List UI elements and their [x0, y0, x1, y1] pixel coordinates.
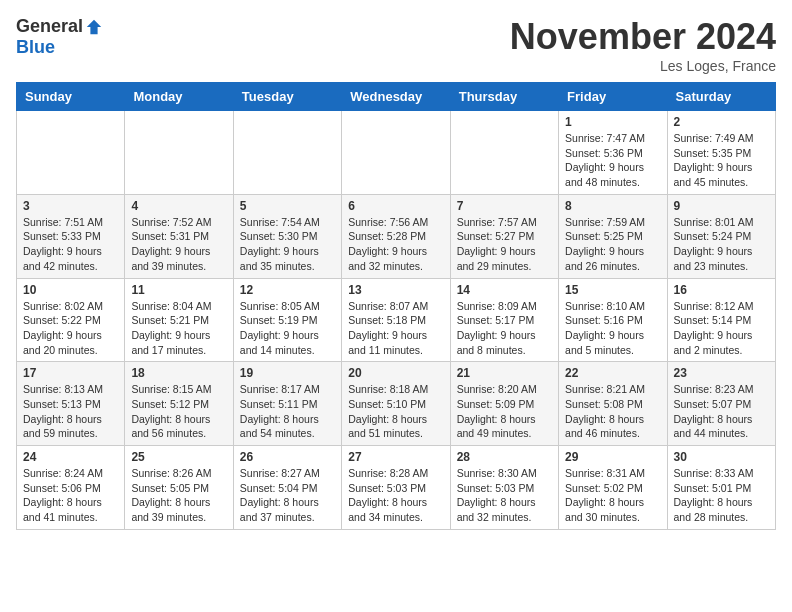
calendar-cell: 11Sunrise: 8:04 AM Sunset: 5:21 PM Dayli…: [125, 278, 233, 362]
calendar-cell: 20Sunrise: 8:18 AM Sunset: 5:10 PM Dayli…: [342, 362, 450, 446]
day-number: 5: [240, 199, 335, 213]
calendar-cell: 26Sunrise: 8:27 AM Sunset: 5:04 PM Dayli…: [233, 446, 341, 530]
calendar-cell: 5Sunrise: 7:54 AM Sunset: 5:30 PM Daylig…: [233, 194, 341, 278]
calendar-cell: [125, 111, 233, 195]
day-info: Sunrise: 7:56 AM Sunset: 5:28 PM Dayligh…: [348, 215, 443, 274]
weekday-header-monday: Monday: [125, 83, 233, 111]
day-number: 3: [23, 199, 118, 213]
calendar-cell: [342, 111, 450, 195]
day-number: 18: [131, 366, 226, 380]
day-number: 6: [348, 199, 443, 213]
day-number: 9: [674, 199, 769, 213]
day-number: 23: [674, 366, 769, 380]
calendar-cell: 12Sunrise: 8:05 AM Sunset: 5:19 PM Dayli…: [233, 278, 341, 362]
calendar-cell: 7Sunrise: 7:57 AM Sunset: 5:27 PM Daylig…: [450, 194, 558, 278]
day-info: Sunrise: 7:57 AM Sunset: 5:27 PM Dayligh…: [457, 215, 552, 274]
title-area: November 2024 Les Loges, France: [510, 16, 776, 74]
calendar-cell: 28Sunrise: 8:30 AM Sunset: 5:03 PM Dayli…: [450, 446, 558, 530]
day-number: 16: [674, 283, 769, 297]
location-subtitle: Les Loges, France: [510, 58, 776, 74]
week-row-4: 17Sunrise: 8:13 AM Sunset: 5:13 PM Dayli…: [17, 362, 776, 446]
day-info: Sunrise: 7:52 AM Sunset: 5:31 PM Dayligh…: [131, 215, 226, 274]
day-info: Sunrise: 8:27 AM Sunset: 5:04 PM Dayligh…: [240, 466, 335, 525]
day-info: Sunrise: 8:30 AM Sunset: 5:03 PM Dayligh…: [457, 466, 552, 525]
calendar-table: SundayMondayTuesdayWednesdayThursdayFrid…: [16, 82, 776, 530]
day-number: 26: [240, 450, 335, 464]
day-number: 11: [131, 283, 226, 297]
calendar-cell: 14Sunrise: 8:09 AM Sunset: 5:17 PM Dayli…: [450, 278, 558, 362]
day-info: Sunrise: 8:26 AM Sunset: 5:05 PM Dayligh…: [131, 466, 226, 525]
weekday-header-friday: Friday: [559, 83, 667, 111]
day-number: 29: [565, 450, 660, 464]
day-number: 12: [240, 283, 335, 297]
header: General Blue November 2024 Les Loges, Fr…: [16, 16, 776, 74]
day-info: Sunrise: 8:23 AM Sunset: 5:07 PM Dayligh…: [674, 382, 769, 441]
calendar-cell: 17Sunrise: 8:13 AM Sunset: 5:13 PM Dayli…: [17, 362, 125, 446]
day-info: Sunrise: 8:31 AM Sunset: 5:02 PM Dayligh…: [565, 466, 660, 525]
day-info: Sunrise: 8:21 AM Sunset: 5:08 PM Dayligh…: [565, 382, 660, 441]
weekday-header-saturday: Saturday: [667, 83, 775, 111]
day-number: 25: [131, 450, 226, 464]
calendar-cell: 6Sunrise: 7:56 AM Sunset: 5:28 PM Daylig…: [342, 194, 450, 278]
day-number: 22: [565, 366, 660, 380]
calendar-cell: 4Sunrise: 7:52 AM Sunset: 5:31 PM Daylig…: [125, 194, 233, 278]
calendar-cell: 19Sunrise: 8:17 AM Sunset: 5:11 PM Dayli…: [233, 362, 341, 446]
day-info: Sunrise: 8:28 AM Sunset: 5:03 PM Dayligh…: [348, 466, 443, 525]
logo-general-text: General: [16, 16, 83, 37]
day-info: Sunrise: 7:49 AM Sunset: 5:35 PM Dayligh…: [674, 131, 769, 190]
day-info: Sunrise: 7:54 AM Sunset: 5:30 PM Dayligh…: [240, 215, 335, 274]
month-title: November 2024: [510, 16, 776, 58]
day-info: Sunrise: 8:01 AM Sunset: 5:24 PM Dayligh…: [674, 215, 769, 274]
calendar-cell: 29Sunrise: 8:31 AM Sunset: 5:02 PM Dayli…: [559, 446, 667, 530]
day-number: 24: [23, 450, 118, 464]
calendar-cell: [17, 111, 125, 195]
day-info: Sunrise: 8:33 AM Sunset: 5:01 PM Dayligh…: [674, 466, 769, 525]
day-info: Sunrise: 8:20 AM Sunset: 5:09 PM Dayligh…: [457, 382, 552, 441]
calendar-cell: 10Sunrise: 8:02 AM Sunset: 5:22 PM Dayli…: [17, 278, 125, 362]
calendar-cell: 27Sunrise: 8:28 AM Sunset: 5:03 PM Dayli…: [342, 446, 450, 530]
day-number: 20: [348, 366, 443, 380]
calendar-cell: 2Sunrise: 7:49 AM Sunset: 5:35 PM Daylig…: [667, 111, 775, 195]
calendar-cell: 13Sunrise: 8:07 AM Sunset: 5:18 PM Dayli…: [342, 278, 450, 362]
day-number: 14: [457, 283, 552, 297]
week-row-2: 3Sunrise: 7:51 AM Sunset: 5:33 PM Daylig…: [17, 194, 776, 278]
calendar-cell: 15Sunrise: 8:10 AM Sunset: 5:16 PM Dayli…: [559, 278, 667, 362]
calendar-cell: 3Sunrise: 7:51 AM Sunset: 5:33 PM Daylig…: [17, 194, 125, 278]
calendar-cell: 16Sunrise: 8:12 AM Sunset: 5:14 PM Dayli…: [667, 278, 775, 362]
day-number: 10: [23, 283, 118, 297]
day-number: 1: [565, 115, 660, 129]
day-info: Sunrise: 8:05 AM Sunset: 5:19 PM Dayligh…: [240, 299, 335, 358]
day-info: Sunrise: 8:15 AM Sunset: 5:12 PM Dayligh…: [131, 382, 226, 441]
week-row-3: 10Sunrise: 8:02 AM Sunset: 5:22 PM Dayli…: [17, 278, 776, 362]
calendar-cell: 25Sunrise: 8:26 AM Sunset: 5:05 PM Dayli…: [125, 446, 233, 530]
weekday-header-tuesday: Tuesday: [233, 83, 341, 111]
calendar-cell: [233, 111, 341, 195]
day-info: Sunrise: 8:02 AM Sunset: 5:22 PM Dayligh…: [23, 299, 118, 358]
day-number: 19: [240, 366, 335, 380]
day-info: Sunrise: 8:09 AM Sunset: 5:17 PM Dayligh…: [457, 299, 552, 358]
calendar-cell: 21Sunrise: 8:20 AM Sunset: 5:09 PM Dayli…: [450, 362, 558, 446]
day-number: 4: [131, 199, 226, 213]
day-number: 27: [348, 450, 443, 464]
day-number: 8: [565, 199, 660, 213]
day-info: Sunrise: 7:47 AM Sunset: 5:36 PM Dayligh…: [565, 131, 660, 190]
calendar-cell: 9Sunrise: 8:01 AM Sunset: 5:24 PM Daylig…: [667, 194, 775, 278]
calendar-cell: 8Sunrise: 7:59 AM Sunset: 5:25 PM Daylig…: [559, 194, 667, 278]
weekday-header-thursday: Thursday: [450, 83, 558, 111]
day-number: 2: [674, 115, 769, 129]
day-info: Sunrise: 7:51 AM Sunset: 5:33 PM Dayligh…: [23, 215, 118, 274]
logo-blue-text: Blue: [16, 37, 55, 58]
day-info: Sunrise: 8:13 AM Sunset: 5:13 PM Dayligh…: [23, 382, 118, 441]
day-info: Sunrise: 8:18 AM Sunset: 5:10 PM Dayligh…: [348, 382, 443, 441]
calendar-cell: 1Sunrise: 7:47 AM Sunset: 5:36 PM Daylig…: [559, 111, 667, 195]
day-info: Sunrise: 8:24 AM Sunset: 5:06 PM Dayligh…: [23, 466, 118, 525]
calendar-cell: 22Sunrise: 8:21 AM Sunset: 5:08 PM Dayli…: [559, 362, 667, 446]
logo: General Blue: [16, 16, 103, 58]
calendar-cell: [450, 111, 558, 195]
day-info: Sunrise: 7:59 AM Sunset: 5:25 PM Dayligh…: [565, 215, 660, 274]
day-number: 15: [565, 283, 660, 297]
weekday-header-sunday: Sunday: [17, 83, 125, 111]
day-number: 13: [348, 283, 443, 297]
day-info: Sunrise: 8:10 AM Sunset: 5:16 PM Dayligh…: [565, 299, 660, 358]
calendar-cell: 18Sunrise: 8:15 AM Sunset: 5:12 PM Dayli…: [125, 362, 233, 446]
